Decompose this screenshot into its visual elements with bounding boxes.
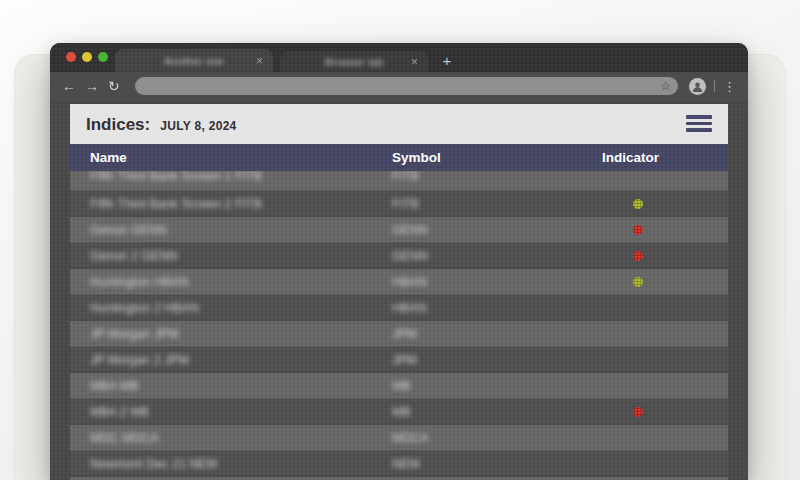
row-symbol: GENN — [392, 249, 602, 263]
tab-title: Another one — [164, 55, 224, 67]
row-symbol: JPM — [392, 353, 602, 367]
row-name: MBA 2 MB — [90, 405, 392, 419]
row-symbol: NEM — [392, 457, 602, 471]
table-row[interactable]: JP Morgan JPM JPM — [70, 321, 728, 347]
page-date: JULY 8, 2024 — [160, 119, 236, 133]
row-symbol: HBAN — [392, 275, 602, 289]
window-minimize-button[interactable] — [82, 52, 92, 62]
row-symbol: FITB — [392, 171, 602, 183]
row-symbol: JPM — [392, 327, 602, 341]
window-close-button[interactable] — [66, 52, 76, 62]
row-name: MDC MDCA — [90, 431, 392, 445]
forward-icon[interactable]: → — [85, 79, 99, 93]
browser-titlebar: Another one × Browser tab × + — [50, 43, 748, 72]
row-name: JP Morgan JPM — [90, 327, 392, 341]
row-name: MBA MB — [90, 379, 392, 393]
tab-another-one[interactable]: Another one × — [115, 49, 273, 72]
refresh-icon[interactable]: ↻ — [108, 79, 120, 93]
hamburger-menu-icon[interactable] — [686, 115, 712, 132]
table-row[interactable]: MBA 2 MB MB — [70, 399, 728, 425]
indicator-dot — [633, 277, 643, 287]
table-row[interactable]: Fifth Third Bank Screen 1 FITB FITB — [70, 171, 728, 191]
back-icon[interactable]: ← — [62, 79, 76, 93]
new-tab-button[interactable]: + — [438, 53, 456, 68]
row-name: Huntington 2 HBAN — [90, 301, 392, 315]
column-header-indicator[interactable]: Indicator — [602, 150, 728, 165]
tab-strip: Another one × Browser tab × + — [115, 49, 456, 72]
row-name: JP Morgan 2 JPM — [90, 353, 392, 367]
table-row[interactable]: Fifth Third Bank Screen 2 FITB FITB — [70, 191, 728, 217]
row-symbol: FITB — [392, 197, 602, 211]
page-content: Indices: JULY 8, 2024 Name Symbol Indica… — [50, 100, 748, 480]
row-symbol: MDCA — [392, 431, 602, 445]
row-name: Genon 2 GENN — [90, 249, 392, 263]
table-row[interactable]: Newmont Dec 21 NEM NEM — [70, 451, 728, 477]
browser-toolbar: ← → ↻ ☆ ⋮ — [50, 72, 748, 100]
row-indicator-cell — [602, 199, 728, 209]
table-row[interactable]: Genon GENN GENN — [70, 217, 728, 243]
indicator-dot — [633, 225, 643, 235]
row-name: Fifth Third Bank Screen 2 FITB — [90, 197, 392, 211]
window-controls — [66, 52, 108, 62]
address-bar[interactable]: ☆ — [135, 77, 678, 95]
table-body: Fifth Third Bank Screen 1 FITB FITB Fift… — [70, 171, 728, 480]
column-header-name[interactable]: Name — [90, 150, 392, 165]
indicator-dot — [633, 407, 643, 417]
row-symbol: MB — [392, 405, 602, 419]
table-row[interactable]: Huntington 2 HBAN HBAN — [70, 295, 728, 321]
browser-menu-icon[interactable]: ⋮ — [723, 80, 736, 93]
table-row[interactable]: JP Morgan 2 JPM JPM — [70, 347, 728, 373]
table-row[interactable]: Huntington HBAN HBAN — [70, 269, 728, 295]
row-name: Genon GENN — [90, 223, 392, 237]
row-indicator-cell — [602, 225, 728, 235]
row-name: Newmont Dec 21 NEM — [90, 457, 392, 471]
table-row[interactable]: Genon 2 GENN GENN — [70, 243, 728, 269]
row-indicator-cell — [602, 251, 728, 261]
row-symbol: HBAN — [392, 301, 602, 315]
bookmark-star-icon[interactable]: ☆ — [660, 79, 671, 93]
table-row[interactable]: MDC MDCA MDCA — [70, 425, 728, 451]
indices-header: Indices: JULY 8, 2024 — [70, 104, 728, 144]
row-indicator-cell — [602, 277, 728, 287]
row-symbol: MB — [392, 379, 602, 393]
page-title: Indices: — [86, 115, 150, 135]
indicator-dot — [633, 251, 643, 261]
toolbar-divider — [714, 80, 715, 92]
row-symbol: GENN — [392, 223, 602, 237]
tab-title: Browser tab — [325, 56, 384, 68]
table-header: Name Symbol Indicator — [70, 144, 728, 171]
close-tab-icon[interactable]: × — [256, 55, 263, 67]
close-tab-icon[interactable]: × — [411, 56, 418, 68]
row-name: Fifth Third Bank Screen 1 FITB — [90, 171, 392, 183]
person-icon — [691, 80, 704, 93]
profile-avatar-icon[interactable] — [689, 78, 706, 95]
indicator-dot — [633, 199, 643, 209]
tab-browser-tab[interactable]: Browser tab × — [280, 51, 428, 72]
table-row[interactable]: MBA MB MB — [70, 373, 728, 399]
row-name: Huntington HBAN — [90, 275, 392, 289]
column-header-symbol[interactable]: Symbol — [392, 150, 602, 165]
row-indicator-cell — [602, 407, 728, 417]
browser-window: Another one × Browser tab × + ← → ↻ ☆ ⋮ — [50, 43, 748, 480]
window-zoom-button[interactable] — [98, 52, 108, 62]
